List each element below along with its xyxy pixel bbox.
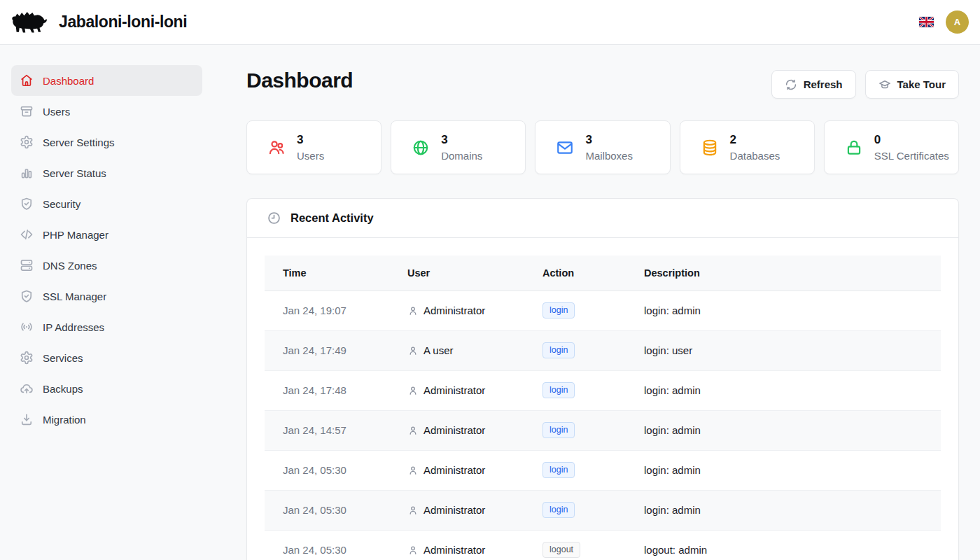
stat-value: 3 [585, 133, 633, 147]
page-title: Dashboard [246, 69, 353, 92]
table-row: Jan 24, 17:49 A user login login: user [265, 330, 941, 370]
action-cell: logout [524, 530, 626, 560]
user-cell: Administrator [389, 490, 524, 530]
sidebar-item-label: Migration [43, 414, 86, 426]
table-row: Jan 24, 17:48 Administrator login login:… [265, 370, 941, 410]
sidebar-item-services[interactable]: Services [11, 342, 202, 373]
action-cell: login [524, 290, 626, 330]
person-icon [407, 465, 419, 476]
sidebar-item-users[interactable]: Users [11, 96, 202, 127]
user-name: Administrator [424, 544, 485, 556]
sidebar-item-label: Backups [43, 383, 83, 395]
take-tour-button[interactable]: Take Tour [865, 70, 959, 99]
stat-label: SSL Certificates [874, 150, 949, 162]
stat-label: Domains [441, 150, 482, 162]
sidebar-item-dashboard[interactable]: Dashboard [11, 65, 202, 96]
download-icon [20, 412, 34, 426]
globe-icon [412, 139, 430, 157]
column-header-action: Action [524, 255, 626, 290]
app-title: Jabaloni-loni-loni [59, 13, 187, 31]
action-cell: login [524, 450, 626, 490]
table-row: Jan 24, 05:30 Administrator login login:… [265, 450, 941, 490]
activity-title: Recent Activity [290, 211, 374, 225]
sidebar-item-label: Users [43, 106, 70, 118]
sidebar-item-label: Server Status [43, 167, 106, 179]
main-content: Dashboard Refresh [214, 45, 980, 560]
sidebar-item-server-settings[interactable]: Server Settings [11, 127, 202, 158]
stat-card-users: 3 Users [246, 120, 382, 174]
description-cell: login: admin [626, 410, 941, 450]
user-cell: Administrator [389, 450, 524, 490]
description-cell: login: admin [626, 290, 941, 330]
sidebar-item-label: SSL Manager [43, 290, 106, 302]
user-name: Administrator [424, 464, 485, 476]
sidebar-item-label: PHP Manager [43, 229, 108, 241]
sidebar-item-label: Server Settings [43, 136, 115, 148]
table-row: Jan 24, 05:30 Administrator login login:… [265, 490, 941, 530]
uk-flag-icon[interactable] [919, 17, 934, 27]
sidebar-item-dns-zones[interactable]: DNS Zones [11, 250, 202, 281]
sidebar-item-label: Security [43, 198, 80, 210]
table-row: Jan 24, 14:57 Administrator login login:… [265, 410, 941, 450]
time-cell: Jan 24, 17:49 [265, 330, 389, 370]
sidebar-item-ssl-manager[interactable]: SSL Manager [11, 281, 202, 312]
sidebar-item-migration[interactable]: Migration [11, 404, 202, 435]
user-name: A user [424, 344, 454, 356]
description-cell: login: admin [626, 450, 941, 490]
sidebar-item-security[interactable]: Security [11, 188, 202, 219]
server-icon [20, 258, 34, 272]
time-cell: Jan 24, 14:57 [265, 410, 389, 450]
action-cell: login [524, 410, 626, 450]
sidebar-item-ip-addresses[interactable]: IP Addresses [11, 312, 202, 342]
action-badge: login [542, 422, 575, 438]
refresh-button[interactable]: Refresh [771, 70, 856, 99]
stat-card-domains: 3 Domains [391, 120, 526, 174]
user-cell: Administrator [389, 370, 524, 410]
lock-icon [845, 139, 863, 157]
take-tour-label: Take Tour [897, 78, 946, 90]
sidebar-item-backups[interactable]: Backups [11, 373, 202, 404]
user-cell: Administrator [389, 530, 524, 560]
code-icon [20, 227, 34, 241]
sidebar-item-label: DNS Zones [43, 260, 97, 272]
archive-icon [20, 104, 34, 118]
time-cell: Jan 24, 05:30 [265, 490, 389, 530]
refresh-icon [785, 78, 797, 91]
shield-check-icon [20, 289, 34, 303]
person-icon [407, 305, 419, 316]
users-icon [267, 139, 286, 157]
recent-activity-card: Recent Activity TimeUserActionDescriptio… [246, 198, 959, 560]
action-badge: login [542, 462, 575, 478]
cloud-upload-icon [20, 382, 34, 396]
user-cell: A user [389, 330, 524, 370]
user-name: Administrator [424, 304, 485, 316]
action-badge: login [542, 302, 575, 318]
time-cell: Jan 24, 05:30 [265, 530, 389, 560]
person-icon [407, 345, 419, 356]
action-badge: logout [542, 542, 580, 558]
sidebar-item-server-status[interactable]: Server Status [11, 158, 202, 188]
mail-icon [556, 139, 574, 157]
stat-label: Users [297, 150, 324, 162]
action-badge: login [542, 382, 575, 398]
column-header-user: User [389, 255, 524, 290]
home-icon [20, 74, 34, 88]
avatar[interactable]: A [946, 10, 969, 34]
gear-icon [20, 351, 34, 365]
boar-logo-icon [11, 8, 49, 36]
database-icon [701, 139, 719, 157]
stat-card-ssl-certificates: 0 SSL Certificates [824, 120, 959, 174]
stat-value: 0 [874, 133, 949, 147]
person-icon [407, 385, 419, 396]
sidebar-item-label: Services [43, 352, 83, 364]
sidebar-item-label: Dashboard [43, 75, 94, 87]
person-icon [407, 505, 419, 516]
time-cell: Jan 24, 19:07 [265, 290, 389, 330]
person-icon [407, 425, 419, 436]
user-name: Administrator [424, 504, 485, 516]
sidebar-item-label: IP Addresses [43, 321, 104, 333]
person-icon [407, 545, 419, 556]
user-cell: Administrator [389, 290, 524, 330]
description-cell: login: admin [626, 490, 941, 530]
sidebar-item-php-manager[interactable]: PHP Manager [11, 219, 202, 250]
